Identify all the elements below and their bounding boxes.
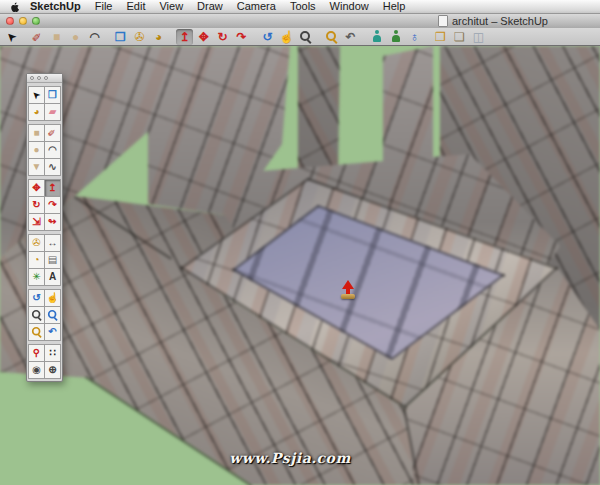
follow-me-tool-button[interactable]: ↷: [233, 29, 250, 45]
palette-orbit-tool[interactable]: ↺: [29, 290, 44, 306]
rotate-tool-icon: ↻: [217, 31, 227, 43]
palette-move-tool[interactable]: ✥: [29, 180, 44, 196]
google-earth-button-button[interactable]: ♁: [406, 29, 423, 45]
palette-line-tool[interactable]: ✏: [45, 125, 60, 141]
scale-tool-icon: ⇲: [32, 217, 40, 227]
palette-circle-tool[interactable]: ●: [29, 142, 44, 158]
palette-previous-tool[interactable]: ↶: [45, 324, 60, 340]
palette-3d-text-tool[interactable]: A: [45, 269, 60, 285]
zoom-tool-button[interactable]: [297, 29, 314, 45]
select-tool-button[interactable]: ➤: [3, 29, 20, 45]
palette-position-camera-tool[interactable]: ⚲: [29, 345, 44, 361]
palette-section-plane-tool[interactable]: ⊕: [45, 362, 60, 378]
palette-eraser-tool[interactable]: ▰: [45, 104, 60, 120]
menu-sketchup[interactable]: SketchUp: [30, 0, 81, 13]
palette-offset-tool[interactable]: ↬: [45, 214, 60, 230]
tape-measure-tool-icon: ✇: [134, 31, 144, 43]
close-button[interactable]: [6, 17, 14, 25]
palette-pan-tool[interactable]: ☝: [45, 290, 60, 306]
warehouse-button-button[interactable]: ◫: [470, 29, 487, 45]
zoom-extents-tool-icon: [31, 327, 41, 337]
pan-tool-icon: ☝: [279, 31, 294, 43]
get-models-button-button[interactable]: ❐: [432, 29, 449, 45]
palette-rotate-tool[interactable]: ↻: [29, 197, 44, 213]
menu-camera[interactable]: Camera: [237, 0, 276, 13]
orbit-tool-icon: ↺: [32, 293, 40, 303]
palette-group: ⚲∷◉⊕: [28, 344, 61, 379]
push-pull-tool-icon: ↥: [48, 183, 56, 193]
pan-tool-button[interactable]: ☝: [278, 29, 295, 45]
palette-follow-me-tool[interactable]: ↷: [45, 197, 60, 213]
move-tool-icon: ✥: [32, 183, 40, 193]
pan-tool-icon: ☝: [46, 293, 58, 303]
palette-close-icon[interactable]: [30, 76, 34, 80]
minimize-button[interactable]: [19, 17, 27, 25]
palette-walk-tool[interactable]: ∷: [45, 345, 60, 361]
palette-zoom-tool[interactable]: [29, 307, 44, 323]
palette-select-tool[interactable]: ➤: [29, 87, 44, 103]
previous-tool-button[interactable]: ↶: [342, 29, 359, 45]
share-models-button-button[interactable]: ❏: [451, 29, 468, 45]
palette-scale-tool[interactable]: ⇲: [29, 214, 44, 230]
line-tool-icon: ✏: [30, 29, 46, 45]
palette-rectangle-tool[interactable]: ■: [29, 125, 44, 141]
palette-dimension-tool[interactable]: ↔: [45, 235, 60, 251]
follow-me-tool-icon: ↷: [236, 31, 246, 43]
make-component-tool-button[interactable]: ❒: [112, 29, 129, 45]
rotate-tool-icon: ↻: [32, 200, 40, 210]
zoom-extents-tool-button[interactable]: [323, 29, 340, 45]
screen: SketchUpFileEditViewDrawCameraToolsWindo…: [0, 0, 600, 485]
palette-arc-tool[interactable]: ◠: [45, 142, 60, 158]
palette-protractor-tool[interactable]: ◔: [29, 252, 44, 268]
paint-bucket-tool-icon: ◕: [33, 107, 39, 117]
model-viewport[interactable]: www.Psjia.com ➤❒◕▰■✏●◠▼∿✥↥↻↷⇲↬✇↔◔▤✳A↺☝↶⚲…: [0, 46, 600, 485]
menu-draw[interactable]: Draw: [197, 0, 223, 13]
menu-help[interactable]: Help: [383, 0, 406, 13]
palette-axes-tool[interactable]: ✳: [29, 269, 44, 285]
menu-tools[interactable]: Tools: [290, 0, 316, 13]
menu-edit[interactable]: Edit: [126, 0, 145, 13]
palette-zoom-extents-tool[interactable]: [29, 324, 44, 340]
menu-view[interactable]: View: [159, 0, 183, 13]
zoom-window-button[interactable]: [32, 17, 40, 25]
apple-menu-icon[interactable]: [9, 1, 20, 13]
line-tool-button[interactable]: ✏: [29, 29, 46, 45]
move-tool-button[interactable]: ✥: [195, 29, 212, 45]
text-tool-icon: ▤: [48, 255, 57, 265]
push-pull-tool-button[interactable]: ↥: [176, 29, 193, 45]
orbit-tool-button[interactable]: ↺: [259, 29, 276, 45]
zoom-tool-icon: [300, 31, 312, 43]
circle-tool-icon: ●: [33, 145, 39, 155]
palette-zoom-window-tool[interactable]: [45, 307, 60, 323]
proxy-document-icon[interactable]: [438, 15, 448, 27]
rectangle-tool-icon: ■: [33, 128, 39, 138]
eraser-tool-icon: ▰: [49, 107, 57, 117]
make-component-tool-icon: ❒: [115, 31, 126, 43]
menu-window[interactable]: Window: [330, 0, 369, 13]
palette-polygon-tool[interactable]: ▼: [29, 159, 44, 175]
3d-text-tool-icon: A: [49, 272, 56, 282]
circle-tool-button[interactable]: ●: [67, 29, 84, 45]
palette-push-pull-tool[interactable]: ↥: [45, 180, 60, 196]
palette-text-tool[interactable]: ▤: [45, 252, 60, 268]
model-figure-button-button[interactable]: [368, 29, 385, 45]
menu-bar: SketchUpFileEditViewDrawCameraToolsWindo…: [0, 0, 600, 14]
palette-paint-bucket-tool[interactable]: ◕: [29, 104, 44, 120]
rotate-tool-button[interactable]: ↻: [214, 29, 231, 45]
arc-tool-button[interactable]: ◠: [86, 29, 103, 45]
palette-make-component-tool[interactable]: ❒: [45, 87, 60, 103]
paint-bucket-tool-button[interactable]: ◕: [150, 29, 167, 45]
palette-title-bar[interactable]: [27, 74, 62, 83]
menu-file[interactable]: File: [95, 0, 113, 13]
polygon-tool-icon: ▼: [32, 162, 42, 172]
window-title: architut – SketchUp: [452, 15, 548, 27]
rectangle-tool-button[interactable]: ■: [48, 29, 65, 45]
select-tool-icon: ➤: [4, 29, 20, 45]
palette-freehand-tool[interactable]: ∿: [45, 159, 60, 175]
palette-look-around-tool[interactable]: ◉: [29, 362, 44, 378]
move-tool-icon: ✥: [198, 31, 208, 43]
push-pull-cursor: [340, 280, 356, 302]
axes-figure-button-button[interactable]: [387, 29, 404, 45]
tape-measure-tool-button[interactable]: ✇: [131, 29, 148, 45]
palette-tape-measure-tool[interactable]: ✇: [29, 235, 44, 251]
